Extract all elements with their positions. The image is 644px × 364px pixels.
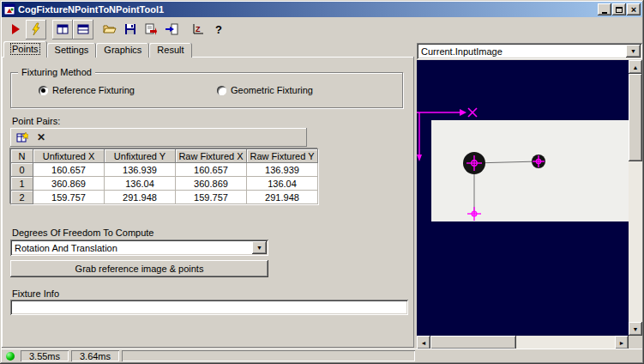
delete-icon: ✕	[37, 131, 45, 143]
tab-graphics[interactable]: Graphics	[96, 43, 149, 58]
split-view-button[interactable]	[52, 20, 73, 39]
image-source-dropdown-button[interactable]: ▼	[626, 45, 641, 58]
scroll-up-icon: ▲	[633, 64, 639, 70]
scroll-down-button[interactable]: ▼	[629, 322, 642, 336]
open-button[interactable]	[99, 20, 120, 39]
radio-label: Geometric Fixturing	[231, 85, 313, 95]
table-row[interactable]: 1 360.869 136.04 360.869 136.04	[11, 177, 318, 191]
points-tab-page: Fixturing Method Reference Fixturing Geo…	[2, 57, 414, 348]
radio-icon[interactable]	[39, 86, 48, 95]
chevron-down-icon: ▼	[256, 245, 262, 251]
row-header[interactable]: 0	[11, 163, 33, 177]
status-time-1: 3.55ms	[21, 350, 69, 361]
scrollbar-corner	[629, 336, 642, 349]
col-header-unfixtured-y[interactable]: Unfixtured Y	[105, 149, 176, 163]
horizontal-scrollbar[interactable]: ◄ ►	[417, 336, 629, 349]
tab-label: Graphics	[104, 45, 141, 55]
image-source-value: Current.InputImage	[417, 46, 626, 57]
graph-letter: Z	[196, 25, 201, 33]
scroll-down-icon: ▼	[633, 326, 639, 332]
grid-view-icon	[76, 22, 90, 36]
title-bar[interactable]: CogFixtureNPointToNPointTool1 ×	[2, 2, 642, 17]
minimize-button[interactable]	[598, 3, 611, 15]
scroll-right-icon: ►	[619, 340, 625, 346]
cell[interactable]: 160.657	[176, 163, 247, 177]
image-source-combobox[interactable]: Current.InputImage ▼	[417, 43, 642, 59]
tab-settings[interactable]: Settings	[47, 43, 97, 58]
cell[interactable]: 136.04	[247, 177, 318, 191]
radio-reference-fixturing[interactable]: Reference Fixturing	[39, 85, 135, 95]
cell[interactable]: 360.869	[176, 177, 247, 191]
group-title: Fixturing Method	[18, 67, 95, 77]
radio-geometric-fixturing[interactable]: Geometric Fixturing	[217, 85, 313, 95]
point-pairs-label: Point Pairs:	[12, 116, 60, 126]
cell[interactable]: 136.04	[105, 177, 176, 191]
scroll-right-button[interactable]: ►	[615, 336, 629, 349]
tab-label: Points	[11, 44, 39, 54]
col-header-n[interactable]: N	[11, 149, 33, 163]
table-row[interactable]: 0 160.657 136.939 160.657 136.939	[11, 163, 318, 177]
radio-icon[interactable]	[217, 86, 226, 95]
vertical-scrollbar[interactable]: ▲ ▼	[629, 60, 642, 336]
grab-reference-button[interactable]: Grab reference image & points	[10, 260, 268, 277]
help-icon: ?	[215, 23, 222, 36]
cell[interactable]: 159.757	[33, 191, 105, 204]
fixture-info-label: Fixture Info	[12, 288, 59, 299]
open-folder-icon	[103, 22, 117, 36]
window-title: CogFixtureNPointToNPointTool1	[18, 4, 597, 15]
save-button[interactable]	[120, 20, 141, 39]
cell[interactable]: 136.939	[247, 163, 318, 177]
minimize-icon	[602, 12, 607, 14]
tool-window: CogFixtureNPointToNPointTool1 ×	[0, 0, 644, 364]
cell[interactable]: 291.948	[105, 191, 176, 204]
help-button[interactable]: ?	[208, 20, 229, 39]
floppy-icon	[123, 22, 137, 36]
add-point-button[interactable]	[13, 130, 32, 145]
dof-dropdown-button[interactable]: ▼	[252, 241, 267, 254]
fixturing-method-group: Fixturing Method Reference Fixturing Geo…	[10, 72, 403, 108]
copy-results-icon	[144, 22, 158, 36]
dof-combobox[interactable]: Rotation And Translation ▼	[10, 240, 268, 256]
status-led-icon	[6, 352, 15, 361]
copy-results-button[interactable]	[141, 20, 161, 39]
import-button[interactable]	[161, 20, 182, 39]
graph-button[interactable]: Z	[188, 20, 208, 39]
run-button[interactable]	[5, 20, 26, 39]
table-header-row: N Unfixtured X Unfixtured Y Raw Fixtured…	[11, 149, 318, 163]
scroll-left-button[interactable]: ◄	[417, 336, 430, 349]
delete-point-button[interactable]: ✕	[32, 130, 51, 145]
row-header[interactable]: 2	[11, 191, 33, 204]
fixture-info-input[interactable]	[10, 300, 408, 315]
chevron-down-icon: ▼	[630, 48, 636, 54]
toolbar-separator	[93, 20, 99, 39]
tab-result[interactable]: Result	[149, 43, 191, 58]
grid-view-button[interactable]	[73, 20, 93, 39]
tab-points[interactable]: Points	[3, 41, 47, 58]
cell[interactable]: 291.948	[247, 191, 318, 204]
row-header[interactable]: 1	[11, 177, 33, 191]
lightning-icon	[29, 22, 43, 36]
vertical-scroll-thumb[interactable]	[629, 74, 642, 161]
table-row[interactable]: 2 159.757 291.948 159.757 291.948	[11, 191, 318, 204]
col-header-raw-fixtured-x[interactable]: Raw Fixtured X	[176, 149, 247, 163]
electric-edit-button[interactable]	[26, 20, 46, 39]
maximize-icon	[616, 7, 623, 13]
dof-selected-value: Rotation And Translation	[10, 243, 252, 253]
cell[interactable]: 160.657	[33, 163, 105, 177]
radio-label: Reference Fixturing	[52, 85, 135, 95]
col-header-unfixtured-x[interactable]: Unfixtured X	[33, 149, 105, 163]
cell[interactable]: 136.939	[105, 163, 176, 177]
cell[interactable]: 159.757	[176, 191, 247, 204]
split-view-icon	[56, 22, 69, 36]
col-header-raw-fixtured-y[interactable]: Raw Fixtured Y	[247, 149, 318, 163]
scroll-up-button[interactable]: ▲	[629, 60, 642, 74]
close-button[interactable]: ×	[627, 3, 641, 15]
toolbar-separator	[46, 20, 52, 39]
image-display[interactable]	[417, 60, 629, 336]
horizontal-scroll-thumb[interactable]	[430, 336, 516, 349]
status-time-2: 3.64ms	[71, 350, 119, 361]
cell[interactable]: 360.869	[33, 177, 105, 191]
main-toolbar: Z ?	[2, 17, 642, 41]
graph-axes-icon: Z	[191, 22, 205, 36]
maximize-button[interactable]	[612, 3, 626, 15]
